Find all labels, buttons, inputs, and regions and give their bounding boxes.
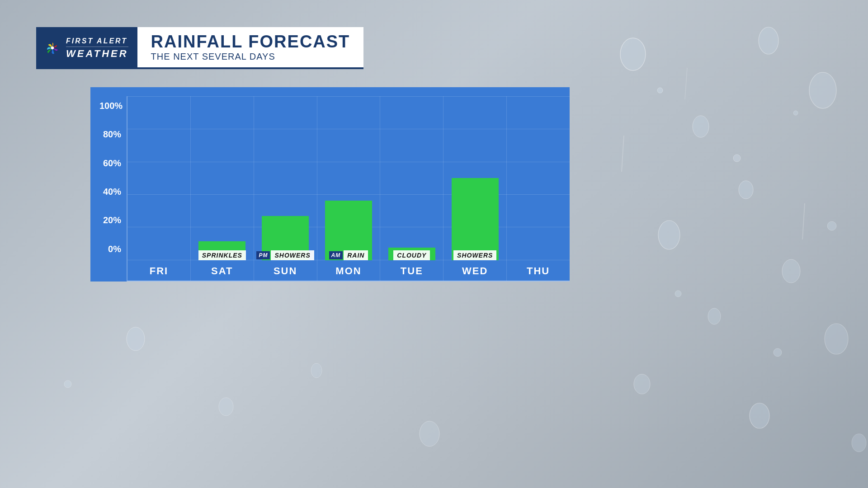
bars-area: FRI SPRINKLES SAT bbox=[127, 96, 570, 282]
bar-wrapper-fri bbox=[127, 134, 190, 260]
bar-wrapper-mon: AM RAIN bbox=[317, 134, 380, 260]
bar-wrapper-tue: CLOUDY bbox=[380, 134, 443, 260]
sat-label: SPRINKLES bbox=[198, 250, 246, 260]
day-label-wed: WED bbox=[462, 265, 488, 277]
bar-wrapper-sun: PM SHOWERS bbox=[254, 134, 317, 260]
day-label-fri: FRI bbox=[150, 265, 168, 277]
bar-column-tue: CLOUDY TUE bbox=[380, 96, 443, 281]
content-wrapper: FIRST ALERT WEATHER RAINFALL FORECAST TH… bbox=[0, 0, 868, 488]
chart-inner: 100% 80% 60% 40% 20% 0% bbox=[90, 87, 570, 282]
tue-label: CLOUDY bbox=[393, 250, 430, 260]
bar-column-sat: SPRINKLES SAT bbox=[191, 96, 254, 281]
logo-inner: FIRST ALERT WEATHER bbox=[36, 27, 137, 69]
chart-container: 100% 80% 60% 40% 20% 0% bbox=[90, 87, 570, 282]
bar-column-sun: PM SHOWERS SUN bbox=[254, 96, 317, 281]
forecast-title: RAINFALL FORECAST bbox=[151, 33, 350, 52]
nbc-peacock-icon bbox=[45, 41, 60, 55]
y-label-0: 0% bbox=[99, 244, 121, 254]
logo-block: FIRST ALERT WEATHER bbox=[36, 27, 137, 69]
wed-label: SHOWERS bbox=[453, 250, 496, 260]
y-axis: 100% 80% 60% 40% 20% 0% bbox=[90, 96, 127, 282]
bar-column-thu: THU bbox=[507, 96, 570, 281]
mon-prefix-badge: AM bbox=[329, 251, 343, 259]
svg-point-26 bbox=[51, 47, 54, 49]
logo-line1: FIRST ALERT bbox=[66, 38, 128, 45]
bar-wrapper-sat: SPRINKLES bbox=[191, 134, 254, 260]
day-label-sun: SUN bbox=[274, 265, 297, 277]
bar-wrapper-wed: SHOWERS bbox=[443, 134, 506, 260]
bar-column-wed: SHOWERS WED bbox=[443, 96, 507, 281]
day-label-thu: THU bbox=[527, 265, 550, 277]
sun-prefix-badge: PM bbox=[256, 251, 270, 259]
header: FIRST ALERT WEATHER RAINFALL FORECAST TH… bbox=[36, 27, 363, 69]
forecast-subtitle: THE NEXT SEVERAL DAYS bbox=[151, 52, 350, 62]
title-box: RAINFALL FORECAST THE NEXT SEVERAL DAYS bbox=[137, 27, 364, 69]
mon-label: RAIN bbox=[344, 250, 368, 260]
sun-label: SHOWERS bbox=[271, 250, 314, 260]
bar-tue: CLOUDY bbox=[388, 248, 435, 260]
logo-line2: WEATHER bbox=[66, 49, 128, 59]
logo-divider bbox=[66, 47, 128, 47]
bar-sun: PM SHOWERS bbox=[262, 216, 309, 260]
bar-column-mon: AM RAIN MON bbox=[317, 96, 381, 281]
y-label-40: 40% bbox=[99, 187, 121, 197]
bar-wed: SHOWERS bbox=[452, 178, 499, 260]
day-label-tue: TUE bbox=[401, 265, 423, 277]
logo-text-block: FIRST ALERT WEATHER bbox=[66, 38, 128, 59]
day-label-sat: SAT bbox=[211, 265, 233, 277]
bar-mon: AM RAIN bbox=[325, 201, 372, 260]
y-label-20: 20% bbox=[99, 215, 121, 225]
bar-sat: SPRINKLES bbox=[198, 241, 245, 260]
day-label-mon: MON bbox=[335, 265, 361, 277]
y-label-60: 60% bbox=[99, 158, 121, 169]
bar-column-fri: FRI bbox=[127, 96, 191, 281]
y-label-100: 100% bbox=[99, 101, 121, 111]
y-label-80: 80% bbox=[99, 129, 121, 140]
bar-wrapper-thu bbox=[507, 134, 570, 260]
